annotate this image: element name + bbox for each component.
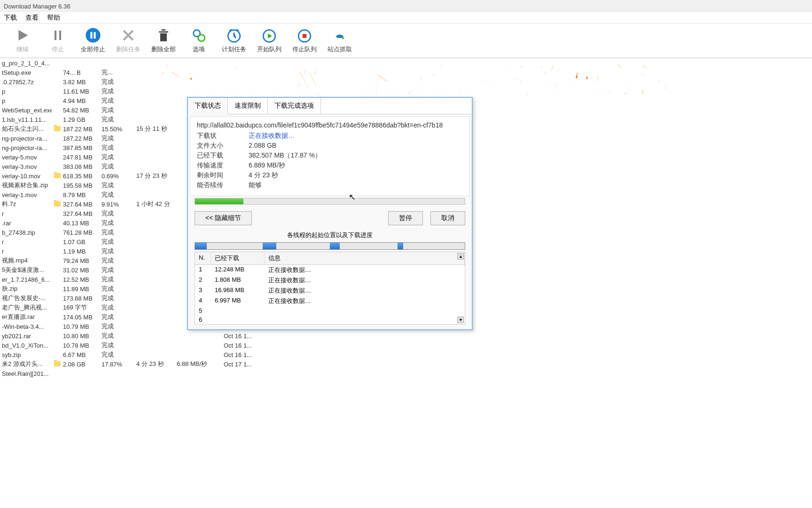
svg-point-0 [86,28,100,42]
download-dialog: 下载状态 速度限制 下载完成选项 http://allall02.baidupc… [187,97,473,330]
th-info: 信息 [265,252,465,264]
table-row[interactable]: 来2 游戏片头...2.08 GB17.87%4 分 23 秒6.88 MB/秒… [0,359,812,369]
thread-row[interactable]: 112.248 MB正在接收数据… [195,265,465,275]
toolbar-站点抓取[interactable]: 站点抓取 [322,27,357,54]
thread-row[interactable]: 46.997 MB正在接收数据… [195,296,465,306]
dialog-body: http://allall02.baidupcs.com/file/ef1c90… [190,116,470,196]
info-row: 下载状正在接收数据… [197,132,463,140]
toolbar-全部停止[interactable]: 全部停止 [75,27,110,54]
toolbar-开始队列[interactable]: 开始队列 [251,27,287,54]
toolbar: 继续停止全部停止删除任务删除全部选项计划任务开始队列停止队列站点抓取 [0,24,812,58]
scroll-up-icon[interactable]: ▴ [457,253,464,260]
thread-segment [195,243,207,249]
thread-progress-bar [195,242,465,250]
window-title: Download Manager 6.36 [4,3,70,10]
thread-label: 各线程的起始位置以及下载进度 [188,230,472,242]
cancel-button[interactable]: 取消 [430,211,465,225]
table-row[interactable]: Steel.Rain][201... [0,369,812,378]
svg-rect-6 [302,34,306,38]
folder-icon [54,361,61,366]
svg-point-2 [198,35,204,41]
table-row[interactable]: yb2021.rar10.80 MB完成Oct 16 1... [0,331,812,341]
download-url: http://allall02.baidupcs.com/file/ef1c90… [197,121,463,129]
info-row: 已经下载382.507 MB（17.87 %） [197,151,463,160]
toolbar-删除任务[interactable]: 删除任务 [110,27,146,54]
info-row: 传输速度6.889 MB/秒 [197,161,463,170]
dialog-buttons: << 隐藏细节 暂停 取消 [188,209,472,230]
menu-view[interactable]: 查看 [25,14,39,22]
menu-help[interactable]: 帮助 [47,14,60,22]
toolbar-计划任务[interactable]: 计划任务 [216,27,251,54]
folder-icon [54,126,61,131]
thread-row[interactable]: 6 [195,315,465,324]
toolbar-选项[interactable]: 选项 [181,27,216,54]
folder-icon [54,201,61,206]
thread-row[interactable]: 5 [195,306,465,315]
menubar: 下载 查看 帮助 [0,12,812,24]
info-row: 剩余时间4 分 23 秒 [197,171,463,180]
progress-bar [195,198,465,205]
toolbar-删除全部[interactable]: 删除全部 [146,27,181,54]
thread-segment [330,243,340,249]
titlebar: Download Manager 6.36 [0,0,812,12]
th-downloaded: 已经下载 [211,252,265,264]
thread-row[interactable]: 316.968 MB正在接收数据… [195,286,465,296]
table-row[interactable]: bd_V1.0_XiTon...10.78 MB完成Oct 16 1... [0,341,812,350]
toolbar-继续[interactable]: 继续 [5,27,40,54]
thread-segment [263,243,277,249]
menu-download[interactable]: 下载 [4,14,17,22]
thread-table: N. 已经下载 信息 112.248 MB正在接收数据…21.808 MB正在接… [195,252,465,325]
table-row[interactable]: syb.zip6.67 MB完成Oct 16 1... [0,350,812,359]
scroll-down-icon[interactable]: ▾ [457,317,464,323]
hide-details-button[interactable]: << 隐藏细节 [195,211,252,225]
thread-row[interactable]: 21.808 MB正在接收数据… [195,275,465,286]
overlay-headline: 突破百度网盘下载龟速的终极方法 [41,57,784,103]
thread-head: N. 已经下载 信息 [195,252,465,265]
pause-button[interactable]: 暂停 [388,211,423,225]
toolbar-停止[interactable]: 停止 [40,27,75,54]
folder-icon [54,173,61,178]
toolbar-停止队列[interactable]: 停止队列 [287,27,322,54]
progress-fill [195,198,243,204]
th-number: N. [195,252,211,264]
cursor-icon: ↖ [349,192,356,202]
info-row: 文件大小2.088 GB [197,142,463,150]
info-row: 能否续传能够 [197,181,463,190]
thread-segment [398,243,404,249]
